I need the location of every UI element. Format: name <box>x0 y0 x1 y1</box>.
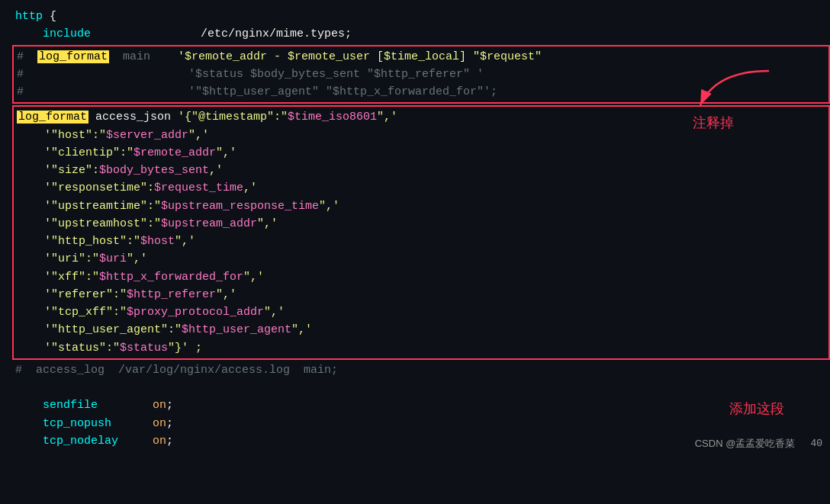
annotation-comment-text: 注释掉 <box>693 115 734 130</box>
footer: CSDN @孟孟爱吃香菜 40 <box>695 436 822 451</box>
line-blank <box>15 379 830 396</box>
line-sendfile: sendfile on; <box>15 396 830 414</box>
line-lf8: '"http_host":"$host",' <box>17 233 825 250</box>
log-format-highlight: log_format <box>37 50 109 63</box>
annotation-comment: 注释掉 <box>693 67 784 134</box>
line-lf12: '"tcp_xff":"$proxy_protocol_addr",' <box>17 303 825 321</box>
line-comment1: # log_format main '$remote_addr - $remot… <box>17 48 825 66</box>
arrow-comment-icon <box>693 67 784 113</box>
line-lf4: '"size":$body_bytes_sent,' <box>17 162 825 179</box>
line-lf7: '"upstreamhost":"$upstream_addr",' <box>17 215 825 233</box>
line-access-log: # access_log /var/log/nginx/access.log m… <box>15 361 830 379</box>
line-lf3: '"clientip":"$remote_addr",' <box>17 144 825 162</box>
annotation-add: 添加这段 <box>729 399 784 420</box>
annotation-add-text: 添加这段 <box>729 401 784 416</box>
page-number: 40 <box>810 436 822 451</box>
log-format-highlight2: log_format <box>17 111 88 124</box>
line-tcpnopush: tcp_nopush on; <box>15 415 830 432</box>
csdn-label: CSDN @孟孟爱吃香菜 <box>695 436 796 451</box>
line-lf5: '"responsetime":$request_time,' <box>17 179 825 197</box>
line-lf14: '"status":"$status"}' ; <box>17 339 825 357</box>
line-lf10: '"xff":"$http_x_forwarded_for",' <box>17 268 825 286</box>
line-lf11: '"referer":"$http_referer",' <box>17 286 825 303</box>
line-include: include /etc/nginx/mime.types; <box>15 25 830 43</box>
line-lf9: '"uri":"$uri",' <box>17 250 825 268</box>
line-lf13: '"http_user_agent":"$http_user_agent",' <box>17 321 825 339</box>
code-area: http { include /etc/nginx/mime.types; # … <box>0 0 830 457</box>
line-lf6: '"upstreamtime":"$upstream_response_time… <box>17 197 825 215</box>
log-format-block: log_format access_json '{"@timestamp":"$… <box>12 105 830 360</box>
line-http: http { <box>15 8 830 25</box>
